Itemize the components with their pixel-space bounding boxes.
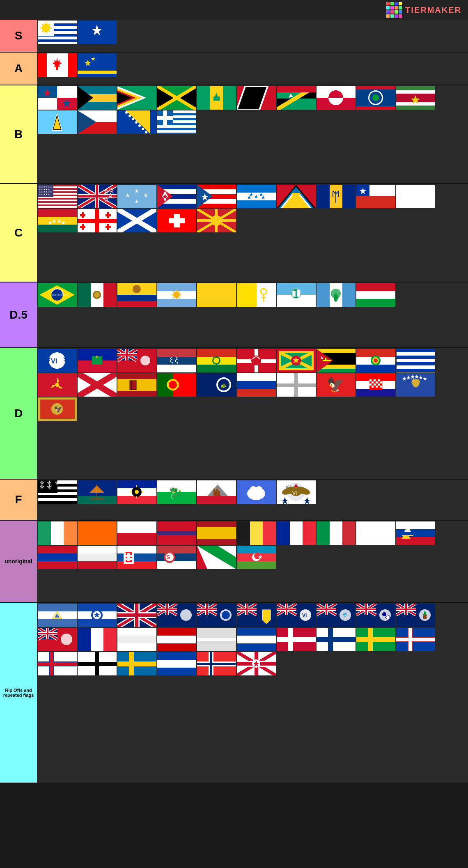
svg-rect-461 [126, 558, 132, 560]
svg-rect-440 [396, 521, 435, 529]
flag-nordic-green [356, 628, 395, 651]
svg-rect-450 [38, 561, 77, 569]
flag-uk-montserrat [396, 604, 435, 627]
svg-rect-232 [317, 283, 330, 307]
svg-rect-452 [78, 546, 117, 553]
flag-montenegro: 🦅 [38, 397, 77, 421]
svg-rect-371 [38, 495, 77, 498]
svg-text:★ ★ ★ ★ ★: ★ ★ ★ ★ ★ [39, 193, 50, 195]
svg-rect-449 [38, 553, 77, 561]
flag-uk-bermuda [38, 628, 77, 651]
flag-uk-plain [117, 604, 156, 627]
svg-rect-615 [356, 637, 395, 642]
flag-mozambique [317, 349, 356, 372]
flag-guyana [117, 86, 156, 110]
flag-usa: ★ ★ ★ ★ ★ ★ ★ ★ ★ ★ ★ ★ ★ ★ ★ ★ ★ ★ ★ ★ … [38, 185, 77, 208]
flag-faroe [38, 652, 77, 675]
svg-rect-152 [317, 185, 330, 208]
flag-blank-white [396, 185, 435, 208]
tier-unoriginal-flags: S [37, 521, 468, 602]
svg-point-322 [172, 379, 174, 381]
svg-rect-397 [213, 489, 215, 491]
tier-b-flags [37, 85, 468, 183]
svg-text:🐢: 🐢 [220, 382, 227, 388]
flag-switzerland [157, 209, 196, 232]
svg-rect-453 [78, 561, 117, 569]
flag-croatia [356, 373, 395, 397]
tier-b-label: B [0, 85, 37, 183]
svg-point-320 [167, 386, 169, 388]
svg-rect-343 [372, 381, 374, 383]
svg-point-212 [173, 292, 180, 298]
svg-text:ORDEM E PROGRESSO: ORDEM E PROGRESSO [50, 294, 69, 296]
svg-rect-312 [130, 381, 136, 390]
flag-wales: 🐉 [157, 480, 196, 504]
svg-rect-362 [38, 397, 77, 400]
flag-russia [237, 373, 276, 397]
svg-point-594 [61, 634, 72, 645]
tier-c-label: C [0, 184, 37, 282]
svg-rect-283 [317, 349, 356, 353]
flag-greece [157, 110, 196, 134]
svg-rect-419 [38, 521, 51, 545]
flag-uk-cayman [197, 604, 236, 627]
svg-point-85 [138, 124, 141, 127]
flag-trinidad [237, 86, 276, 110]
svg-rect-92 [157, 125, 196, 128]
svg-text:🦅: 🦅 [54, 406, 62, 413]
tier-s-row: S [0, 20, 468, 53]
svg-rect-168 [38, 225, 77, 232]
flag-mexico [78, 283, 117, 307]
svg-marker-50 [213, 96, 220, 101]
svg-text:ξ ξ: ξ ξ [170, 356, 178, 364]
flag-cuba [157, 185, 196, 208]
header: TiERMAKER [0, 0, 468, 20]
svg-rect-639 [197, 663, 236, 665]
svg-rect-63 [356, 86, 395, 90]
flag-bahamas [78, 86, 117, 110]
svg-point-303 [55, 383, 59, 387]
svg-point-569 [382, 612, 386, 616]
svg-rect-103 [38, 203, 77, 204]
svg-rect-601 [157, 628, 196, 636]
svg-rect-292 [356, 365, 395, 372]
svg-rect-96 [157, 116, 173, 120]
logo-grid-icon [386, 2, 402, 18]
svg-rect-434 [303, 521, 316, 545]
flag-chile [356, 185, 395, 208]
svg-rect-625 [38, 662, 77, 666]
flag-serbia-u: S [157, 546, 196, 569]
flag-blue-r [237, 628, 276, 651]
tier-s-flags [37, 20, 468, 52]
flag-brittany: ⚜ ⚜ ⚜ ⚜ ⚜ [38, 480, 77, 504]
svg-rect-445 [402, 535, 413, 536]
svg-rect-177 [80, 214, 85, 216]
tier-d-flags: VI [37, 348, 468, 479]
flag-micronesia [117, 185, 156, 208]
svg-rect-340 [369, 379, 372, 381]
tier-d-row: D VI [0, 348, 468, 480]
svg-rect-181 [80, 226, 85, 228]
svg-rect-394 [197, 496, 236, 504]
svg-point-81 [125, 111, 128, 114]
svg-rect-597 [103, 628, 117, 651]
svg-point-319 [177, 382, 179, 384]
flag-czech [78, 110, 117, 134]
svg-rect-455 [117, 546, 156, 553]
svg-rect-609 [277, 637, 316, 642]
svg-point-389 [135, 490, 139, 494]
svg-rect-48 [223, 86, 236, 110]
tier-rip-flags: VI 🐬 [37, 603, 468, 783]
tier-f-label: F [0, 480, 37, 520]
svg-text:VI: VI [302, 613, 307, 618]
flag-kosovo [396, 373, 435, 397]
flag-portugal [157, 373, 196, 397]
flag-saint-vincent [197, 86, 236, 110]
svg-rect-365 [75, 397, 77, 421]
flag-st-kitts [277, 86, 316, 110]
svg-point-87 [145, 131, 147, 133]
svg-rect-464 [157, 553, 196, 561]
svg-rect-364 [38, 397, 40, 421]
svg-rect-429 [237, 521, 250, 545]
flag-colombia [117, 283, 156, 307]
